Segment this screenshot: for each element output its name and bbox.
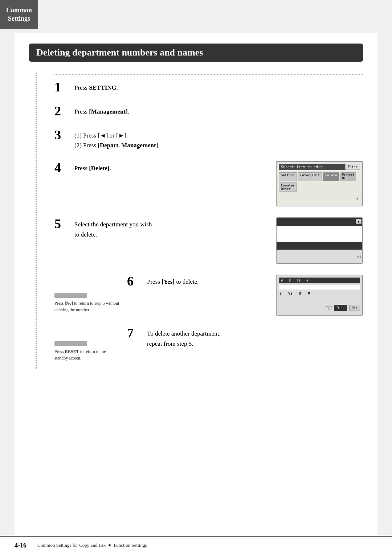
step2-row: 2 Press [Management]. <box>54 104 363 118</box>
step1-row: 1 Press SETTING. <box>54 81 363 94</box>
main-content: Deleting department numbers and names 1 … <box>15 33 377 536</box>
step5-text: Select the department you wishto delete. <box>74 217 272 239</box>
confirm-line1 <box>279 285 360 290</box>
no-button[interactable]: No <box>349 305 360 311</box>
step7-text: To delete another department,repeat from… <box>147 327 363 348</box>
delete-btn[interactable]: Delete <box>323 172 339 181</box>
confirm-btn-area: ☞ Yes No <box>279 303 360 313</box>
step7-note-text: Press RESET to return to the standby scr… <box>54 348 120 361</box>
step6-number: 6 <box>127 275 143 288</box>
step6-note-area: Press [No] to return to step 5 without d… <box>54 275 127 313</box>
finger-icon-6: ☞ <box>326 303 331 313</box>
step3-number: 3 <box>54 128 71 141</box>
footer-text2: Function Settings <box>114 542 147 548</box>
confirm-spacer <box>279 298 360 303</box>
step4-text: Press [Delete]. <box>74 161 272 173</box>
finger-icon: ☞ <box>355 193 360 204</box>
step6-row: 6 Press [Yes] to delete. <box>127 275 272 288</box>
step4-screen: Select item to edit. Enter Setting Enter… <box>276 161 363 206</box>
dept-row-1[interactable] <box>277 226 362 234</box>
setting-btn[interactable]: Setting <box>279 172 297 181</box>
step1-divider <box>54 74 363 75</box>
step5-row: 5 Select the department you wishto delet… <box>54 217 272 239</box>
step6-content: 6 Press [Yes] to delete. <box>127 275 272 288</box>
tab-label: CommonSettings <box>6 6 32 23</box>
dept-screen-header <box>277 218 362 226</box>
step4-enter-btn[interactable]: Enter <box>345 164 360 170</box>
step6-text: Press [Yes] to delete. <box>147 275 272 287</box>
step4-finger: ☞ <box>279 192 360 204</box>
step2-text: Press [Management]. <box>74 104 363 116</box>
section-title: Deleting department numbers and names <box>29 44 363 62</box>
step4-content: 4 Press [Delete]. <box>54 161 272 174</box>
step4-number: 4 <box>54 161 71 174</box>
step4-row: 4 Press [Delete]. <box>54 161 272 174</box>
footer-page: 4-16 <box>15 542 26 549</box>
enter-button[interactable]: Enter <box>345 164 360 170</box>
step2-number: 2 <box>54 104 71 118</box>
scroll-btn[interactable]: ▲ <box>356 219 362 224</box>
step6-note-text: Press [No] to return to step 5 without d… <box>54 300 120 313</box>
step5-content: 5 Select the department you wishto delet… <box>54 217 272 239</box>
step1-text: Press SETTING. <box>74 81 363 93</box>
step1-number: 1 <box>54 81 71 94</box>
dept-row-2[interactable] <box>277 234 362 242</box>
footer: 4-16 Common Settings for Copy and Fax Fu… <box>0 536 392 554</box>
step5-number: 5 <box>54 217 71 230</box>
step7-row: 7 To delete another department,repeat fr… <box>127 327 363 348</box>
confirm-body-text: $ %$ # # <box>279 291 360 296</box>
step3-text: (1) Press [◄] or [►]. (2) Press [Depart.… <box>74 128 363 150</box>
step5-screen: ▲ ☞ <box>276 217 363 264</box>
finger-icon-5: ☞ <box>356 251 361 262</box>
confirm-header: # $ !# # <box>279 278 360 283</box>
step7-gray-bar <box>54 341 87 346</box>
enter-edit-btn[interactable]: Enter/Edit <box>298 172 322 181</box>
dept-row-3[interactable] <box>277 242 362 250</box>
footer-text1: Common Settings for Copy and Fax <box>37 542 106 548</box>
common-settings-tab: CommonSettings <box>0 0 38 29</box>
counter-reset-btn[interactable]: CounterReset <box>279 182 297 192</box>
step3-row: 3 (1) Press [◄] or [►]. (2) Press [Depar… <box>54 128 363 150</box>
step4-btn-row: Setting Enter/Edit Delete ProtectOFF <box>279 172 360 181</box>
yes-button[interactable]: Yes <box>334 305 347 311</box>
step4-btn-row2: CounterReset <box>279 182 360 192</box>
protect-btn[interactable]: ProtectOFF <box>340 172 356 181</box>
step6-screen: # $ !# # $ %$ # # ☞ Yes No <box>276 275 363 316</box>
step6-gray-bar <box>54 293 87 298</box>
dot-column <box>29 73 51 369</box>
step7-note-area: Press RESET to return to the standby scr… <box>54 327 127 361</box>
dot-line <box>36 73 37 369</box>
footer-separator <box>109 544 111 546</box>
step5-finger: ☞ <box>277 250 362 263</box>
step7-content: 7 To delete another department,repeat fr… <box>127 327 363 348</box>
step7-number: 7 <box>127 327 143 340</box>
